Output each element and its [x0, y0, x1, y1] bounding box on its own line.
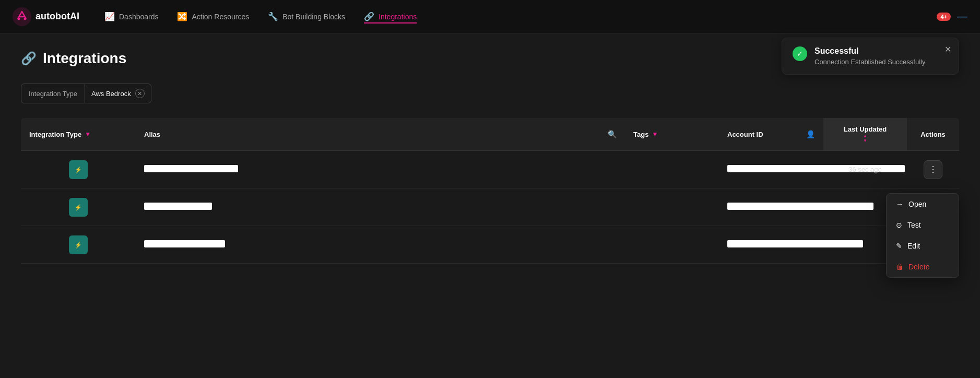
alias-redacted-3 [144, 240, 225, 247]
th-account-id: Account ID 👤 [719, 118, 823, 150]
aws-bedrock-icon-1: ⚡ [73, 164, 84, 175]
th-alias-label: Alias [144, 131, 160, 138]
svg-text:⚡: ⚡ [75, 204, 82, 211]
nav-right: 4+ — [937, 10, 967, 22]
td-account-id-1 [719, 157, 823, 182]
tags-filter-icon[interactable]: ▼ [652, 131, 658, 138]
toast-success-icon: ✓ [793, 46, 807, 61]
integration-type-filter-icon[interactable]: ▼ [85, 131, 91, 138]
td-actions-1: ⋮ [907, 152, 959, 187]
alias-redacted-2 [144, 203, 212, 210]
td-account-id-2 [719, 194, 823, 220]
dropdown-open-label: Open [908, 200, 926, 208]
logo-text: autobotAI [36, 11, 79, 22]
dropdown-delete-label: Delete [908, 263, 929, 271]
table-row: ⚡ 36 sec ago ⋮ [21, 151, 959, 188]
td-integration-type-1: ⚡ [21, 152, 136, 187]
action-resources-icon: 🔀 [177, 11, 187, 21]
integrations-table: Integration Type ▼ Alias 🔍 Tags ▼ Accoun… [21, 118, 959, 264]
nav-bot-building-label: Bot Building Blocks [282, 13, 345, 21]
nav-action-resources-label: Action Resources [192, 13, 249, 21]
toast-title: Successful [814, 46, 925, 56]
td-tags-3 [625, 237, 719, 253]
th-tags-label: Tags [633, 131, 648, 138]
td-tags-2 [625, 199, 719, 216]
table-header: Integration Type ▼ Alias 🔍 Tags ▼ Accoun… [21, 118, 959, 151]
bot-building-icon: 🔧 [268, 11, 278, 21]
filter-value: Aws Bedrock ✕ [85, 89, 151, 98]
th-last-updated: Last Updated ▲ ▼ [823, 118, 907, 150]
dropdown-open[interactable]: → Open [887, 194, 959, 215]
svg-text:⚡: ⚡ [75, 241, 82, 249]
aws-bedrock-icon-3: ⚡ [73, 240, 84, 250]
td-account-id-3 [719, 232, 823, 257]
filter-close-button[interactable]: ✕ [135, 89, 145, 98]
filter-bar: Integration Type Aws Bedrock ✕ [21, 84, 959, 103]
svg-point-2 [24, 17, 27, 20]
td-alias-3 [136, 232, 625, 257]
edit-icon: ✎ [896, 242, 902, 250]
success-toast: ✕ ✓ Successful Connection Established Su… [782, 38, 959, 75]
page-title: Integrations [43, 50, 126, 67]
td-last-updated-1: 36 sec ago [823, 157, 907, 182]
dropdown-delete[interactable]: 🗑 Delete [887, 256, 959, 277]
th-account-id-label: Account ID [727, 131, 763, 138]
integrations-icon: 🔗 [364, 11, 374, 21]
nav-dashboards-label: Dashboards [119, 13, 159, 21]
td-alias-1 [136, 157, 625, 182]
th-tags: Tags ▼ [625, 118, 719, 150]
th-integration-type: Integration Type ▼ [21, 118, 136, 150]
dropdown-test-label: Test [907, 221, 921, 229]
actions-dropdown-menu: → Open ⊙ Test ✎ Edit 🗑 Delete [886, 193, 959, 278]
th-actions-label: Actions [920, 131, 946, 138]
nav-links: 📈 Dashboards 🔀 Action Resources 🔧 Bot Bu… [104, 9, 937, 23]
th-last-updated-label: Last Updated [844, 125, 887, 133]
notification-badge[interactable]: 4+ [937, 13, 951, 21]
table-row: ⚡ [21, 226, 959, 264]
filter-type-label: Integration Type [21, 84, 85, 103]
th-actions: Actions [907, 118, 959, 150]
td-alias-2 [136, 194, 625, 220]
th-alias: Alias 🔍 [136, 118, 625, 150]
dashboards-icon: 📈 [104, 11, 115, 21]
td-integration-type-2: ⚡ [21, 190, 136, 225]
integration-type-icon-3: ⚡ [69, 235, 88, 254]
toast-close-button[interactable]: ✕ [944, 44, 951, 54]
svg-point-1 [18, 17, 20, 20]
navbar: autobotAI 📈 Dashboards 🔀 Action Resource… [0, 0, 980, 33]
account-id-user-icon: 👤 [806, 130, 815, 138]
logo-icon [13, 7, 31, 26]
alias-search-icon[interactable]: 🔍 [608, 130, 617, 138]
aws-bedrock-icon-2: ⚡ [73, 202, 84, 212]
nav-dashboards[interactable]: 📈 Dashboards [104, 9, 159, 23]
integration-type-icon-2: ⚡ [69, 198, 88, 217]
table-row: ⚡ [21, 188, 959, 226]
filter-tag: Integration Type Aws Bedrock ✕ [21, 84, 151, 103]
nav-integrations-label: Integrations [379, 13, 417, 21]
td-integration-type-3: ⚡ [21, 227, 136, 263]
page-title-icon: 🔗 [21, 51, 37, 66]
td-tags-1 [625, 161, 719, 178]
toast-content: Successful Connection Established Succes… [814, 46, 925, 66]
actions-menu-button-1[interactable]: ⋮ [924, 160, 942, 179]
delete-icon: 🗑 [896, 263, 903, 271]
last-updated-time-1: 36 sec ago [848, 166, 882, 173]
minimize-button[interactable]: — [957, 10, 967, 22]
filter-value-text: Aws Bedrock [91, 90, 131, 98]
dropdown-edit-label: Edit [907, 242, 920, 250]
open-icon: → [896, 200, 903, 208]
alias-redacted-1 [144, 165, 238, 172]
nav-integrations[interactable]: 🔗 Integrations [364, 9, 417, 23]
last-updated-sort-icon[interactable]: ▲ ▼ [863, 134, 867, 143]
svg-text:⚡: ⚡ [75, 166, 82, 173]
nav-action-resources[interactable]: 🔀 Action Resources [177, 9, 249, 23]
th-integration-type-label: Integration Type [29, 131, 81, 138]
nav-bot-building-blocks[interactable]: 🔧 Bot Building Blocks [268, 9, 345, 23]
dropdown-test[interactable]: ⊙ Test [887, 215, 959, 235]
integration-type-icon-1: ⚡ [69, 160, 88, 179]
toast-message: Connection Established Successfully [814, 58, 925, 66]
logo[interactable]: autobotAI [13, 7, 79, 26]
test-icon: ⊙ [896, 221, 902, 229]
dropdown-edit[interactable]: ✎ Edit [887, 235, 959, 256]
